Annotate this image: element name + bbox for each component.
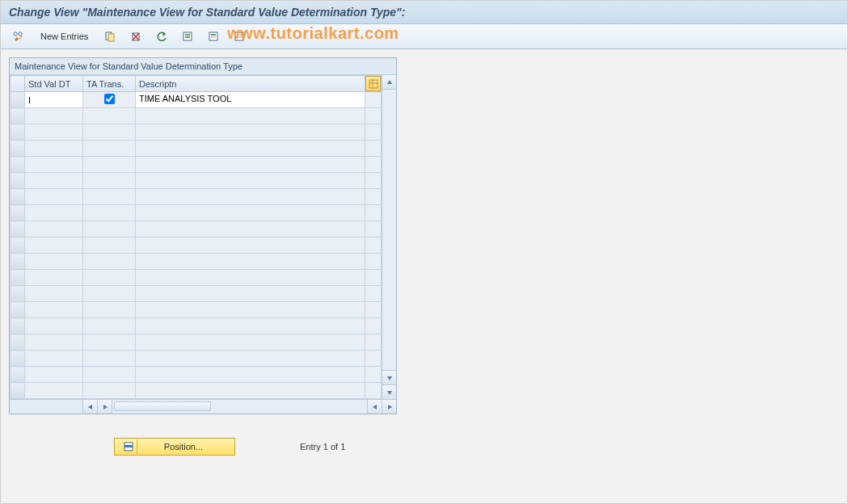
empty-cell[interactable] — [136, 383, 365, 399]
undo-change-button[interactable] — [150, 27, 173, 45]
position-button[interactable]: Position... — [114, 438, 235, 456]
empty-cell[interactable] — [83, 254, 136, 270]
select-all-button[interactable] — [176, 27, 199, 45]
row-selector[interactable] — [11, 189, 25, 205]
row-selector[interactable] — [11, 302, 25, 318]
empty-cell[interactable] — [83, 334, 136, 351]
empty-cell[interactable] — [136, 286, 365, 302]
empty-cell[interactable] — [25, 141, 83, 157]
empty-cell[interactable] — [136, 318, 365, 334]
empty-cell[interactable] — [25, 108, 83, 124]
empty-cell[interactable] — [25, 367, 83, 383]
row-selector[interactable] — [11, 173, 25, 189]
empty-cell[interactable] — [83, 124, 136, 141]
configure-columns-button[interactable] — [365, 76, 381, 91]
empty-cell[interactable] — [25, 254, 83, 270]
empty-cell[interactable] — [83, 141, 136, 157]
empty-cell[interactable] — [25, 157, 83, 173]
select-block-button[interactable] — [202, 27, 225, 45]
empty-cell[interactable] — [136, 189, 365, 205]
empty-cell[interactable] — [83, 221, 136, 237]
scroll-left-button[interactable] — [82, 400, 97, 414]
empty-cell[interactable] — [136, 302, 365, 318]
row-selector-header[interactable] — [11, 76, 25, 92]
empty-cell[interactable] — [83, 351, 136, 367]
empty-cell[interactable] — [136, 108, 365, 124]
std-val-dt-input[interactable] — [25, 92, 82, 107]
toggle-display-change-button[interactable] — [7, 27, 30, 45]
empty-cell[interactable] — [83, 367, 136, 383]
row-selector[interactable] — [11, 92, 25, 108]
row-selector[interactable] — [11, 108, 25, 124]
copy-as-button[interactable] — [99, 27, 121, 45]
row-selector[interactable] — [11, 367, 25, 383]
descriptn-cell[interactable]: TIME ANALYSIS TOOL — [136, 92, 365, 107]
horizontal-scrollbar[interactable] — [10, 399, 396, 414]
row-selector[interactable] — [11, 318, 25, 334]
empty-cell[interactable] — [25, 189, 83, 205]
empty-cell[interactable] — [83, 270, 136, 286]
empty-cell[interactable] — [136, 367, 365, 383]
empty-cell[interactable] — [25, 173, 83, 189]
ta-trans-checkbox[interactable] — [104, 94, 115, 104]
row-selector[interactable] — [11, 141, 25, 157]
empty-cell[interactable] — [25, 383, 83, 399]
col-descriptn[interactable]: Descriptn — [136, 76, 365, 92]
empty-cell[interactable] — [25, 205, 83, 221]
row-selector[interactable] — [11, 221, 25, 237]
empty-cell[interactable] — [83, 108, 136, 124]
empty-cell[interactable] — [136, 334, 365, 351]
empty-cell[interactable] — [136, 141, 365, 157]
empty-cell[interactable] — [25, 124, 83, 141]
row-selector[interactable] — [11, 124, 25, 141]
empty-cell[interactable] — [25, 351, 83, 367]
empty-cell[interactable] — [83, 173, 136, 189]
empty-cell[interactable] — [136, 124, 365, 141]
scroll-left-end-button[interactable] — [367, 400, 382, 414]
new-entries-button[interactable]: New Entries — [33, 27, 95, 45]
empty-cell[interactable] — [25, 221, 83, 237]
scroll-down-button[interactable] — [382, 370, 396, 384]
scroll-down-button-2[interactable] — [382, 384, 396, 399]
empty-cell[interactable] — [83, 157, 136, 173]
empty-cell[interactable] — [136, 351, 365, 367]
row-selector[interactable] — [11, 334, 25, 351]
empty-cell[interactable] — [25, 318, 83, 334]
empty-cell[interactable] — [136, 221, 365, 237]
empty-cell[interactable] — [136, 157, 365, 173]
empty-cell[interactable] — [25, 270, 83, 286]
empty-cell[interactable] — [83, 318, 136, 334]
empty-cell[interactable] — [25, 302, 83, 318]
row-selector[interactable] — [11, 157, 25, 173]
empty-cell[interactable] — [83, 286, 136, 302]
empty-cell[interactable] — [136, 173, 365, 189]
delete-button[interactable] — [124, 27, 147, 45]
scroll-right-button[interactable] — [382, 400, 396, 414]
row-selector[interactable] — [11, 205, 25, 221]
deselect-all-button[interactable] — [228, 27, 251, 45]
empty-cell[interactable] — [25, 286, 83, 302]
row-selector[interactable] — [11, 383, 25, 399]
horizontal-scroll-thumb[interactable] — [114, 401, 211, 411]
vertical-scroll-track[interactable] — [382, 90, 396, 370]
empty-cell[interactable] — [136, 254, 365, 270]
empty-cell[interactable] — [136, 270, 365, 286]
empty-cell[interactable] — [83, 189, 136, 205]
empty-cell[interactable] — [136, 237, 365, 254]
row-selector[interactable] — [11, 351, 25, 367]
col-ta-trans[interactable]: TA Trans. — [83, 76, 136, 92]
row-selector[interactable] — [11, 270, 25, 286]
row-selector[interactable] — [11, 254, 25, 270]
scroll-up-button[interactable] — [382, 75, 396, 90]
vertical-scrollbar[interactable] — [382, 75, 396, 399]
empty-cell[interactable] — [25, 334, 83, 351]
horizontal-scroll-track[interactable] — [112, 400, 367, 414]
scroll-right-inner-button[interactable] — [97, 400, 112, 414]
empty-cell[interactable] — [25, 237, 83, 254]
empty-cell[interactable] — [83, 383, 136, 399]
empty-cell[interactable] — [83, 302, 136, 318]
empty-cell[interactable] — [136, 205, 365, 221]
col-std-val-dt[interactable]: Std Val DT — [25, 76, 83, 92]
row-selector[interactable] — [11, 237, 25, 254]
empty-cell[interactable] — [83, 237, 136, 254]
